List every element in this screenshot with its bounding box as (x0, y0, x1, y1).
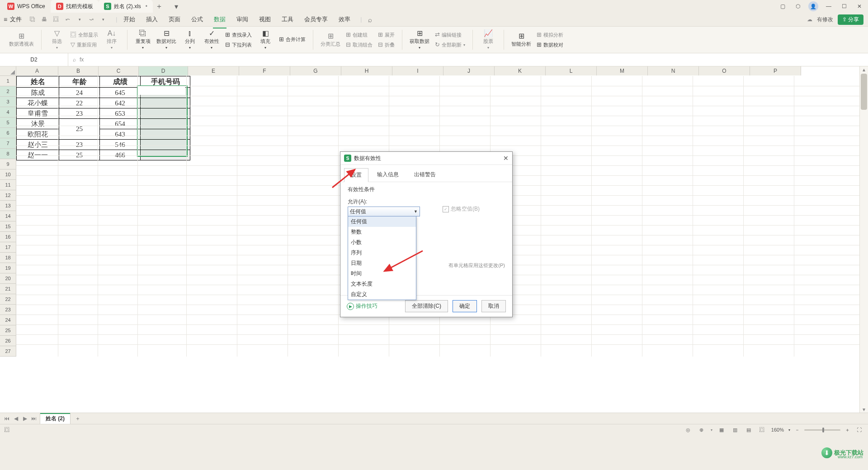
row-header-7[interactable]: 7 (0, 138, 16, 149)
row-header-22[interactable]: 22 (0, 294, 16, 305)
row-header-19[interactable]: 19 (0, 263, 16, 273)
add-sheet-button[interactable]: ＋ (73, 415, 82, 423)
fill-button[interactable]: ◧填充▾ (255, 29, 275, 51)
row-header-9[interactable]: 9 (0, 159, 16, 169)
allow-option-2[interactable]: 小数 (348, 237, 416, 248)
row-header-27[interactable]: 27 (0, 346, 16, 357)
fullscreen-icon[interactable]: ⛶ (854, 427, 863, 432)
refresh-all-button[interactable]: ↻全部刷新▾ (433, 40, 467, 49)
row-header-1[interactable]: 1 (0, 76, 16, 86)
restore-window-icon[interactable]: ▢ (778, 1, 788, 11)
menu-tab-6[interactable]: 视图 (258, 14, 272, 25)
menu-tab-2[interactable]: 页面 (168, 14, 181, 25)
row-header-21[interactable]: 21 (0, 284, 16, 294)
row-header-8[interactable]: 8 (0, 149, 16, 159)
ok-button[interactable]: 确定 (453, 300, 477, 312)
cancel-edit-icon[interactable]: ⌕ (73, 56, 76, 63)
fx-icon[interactable]: fx (80, 56, 84, 63)
dialog-tab-input[interactable]: 输入信息 (370, 168, 406, 182)
ungroup-button[interactable]: ⊟取消组合 (344, 40, 374, 49)
qa-redo-icon[interactable]: ⤻ (87, 16, 96, 23)
tab-list-button[interactable]: ▾ (170, 0, 183, 13)
expand-button[interactable]: ⊞展开 (376, 30, 396, 39)
row-header-26[interactable]: 26 (0, 336, 16, 346)
col-header-G[interactable]: G (290, 66, 341, 75)
sheet-nav-prev[interactable]: ◀ (13, 415, 19, 422)
col-header-I[interactable]: I (392, 66, 443, 75)
consolidate-button[interactable]: ⊞合并计算 (277, 35, 307, 44)
validation-button[interactable]: ✓有效性▾ (202, 29, 222, 51)
col-header-D[interactable]: D (139, 66, 188, 75)
file-menu[interactable]: 文件 (10, 15, 22, 24)
vertical-scrollbar[interactable]: ▴ ▾ (859, 66, 868, 413)
menu-tab-8[interactable]: 会员专享 (303, 14, 329, 25)
pivot-table-button[interactable]: ⊞数据透视表 (7, 32, 36, 48)
row-header-25[interactable]: 25 (0, 325, 16, 336)
allow-option-7[interactable]: 自定义 (348, 289, 416, 300)
collapse-button[interactable]: ⊟折叠 (376, 40, 396, 49)
user-avatar[interactable]: 👤 (808, 1, 818, 11)
smart-analysis-button[interactable]: ⊞智能分析 (509, 32, 533, 48)
col-header-N[interactable]: N (648, 66, 699, 75)
row-header-13[interactable]: 13 (0, 201, 16, 211)
tab-template[interactable]: D 找稻壳模板 (51, 0, 99, 13)
name-box[interactable]: D2 (0, 53, 68, 66)
app-tab-wps[interactable]: W WPS Office (2, 0, 51, 13)
sheet-nav-first[interactable]: ⏮ (4, 415, 10, 422)
row-header-2[interactable]: 2 (0, 86, 16, 97)
edit-links-button[interactable]: ⇄编辑链接 (433, 30, 467, 39)
qa-print-icon[interactable]: 🖶 (40, 16, 49, 23)
status-add-icon[interactable]: ⊕ (697, 427, 706, 433)
allow-option-1[interactable]: 整数 (348, 227, 416, 237)
row-header-10[interactable]: 10 (0, 169, 16, 180)
data-compare-button[interactable]: ⊟数据对比▾ (155, 29, 178, 51)
eye-icon[interactable]: ◎ (684, 427, 693, 433)
dialog-tab-error[interactable]: 出错警告 (407, 168, 443, 182)
qa-save-icon[interactable]: ⿻ (28, 16, 37, 23)
row-header-3[interactable]: 3 (0, 97, 16, 107)
col-header-L[interactable]: L (546, 66, 597, 75)
select-all-corner[interactable] (0, 66, 16, 76)
allow-option-3[interactable]: 序列 (348, 248, 416, 258)
col-header-J[interactable]: J (443, 66, 495, 75)
col-header-P[interactable]: P (750, 66, 801, 75)
search-icon[interactable]: ⌕ (368, 16, 372, 24)
menu-tab-9[interactable]: 效率 (338, 14, 351, 25)
view-page-icon[interactable]: ▥ (731, 427, 740, 433)
show-all-button[interactable]: ⿴全部显示 (69, 30, 100, 39)
sheet-tab-active[interactable]: 姓名 (2) (40, 413, 71, 424)
row-header-20[interactable]: 20 (0, 273, 16, 284)
allow-combobox[interactable]: 任何值 ▼ 任何值整数小数序列日期时间文本长度自定义 (348, 207, 420, 216)
col-header-B[interactable]: B (58, 66, 99, 75)
sheet-nav-next[interactable]: ▶ (22, 415, 28, 422)
close-window-icon[interactable]: ✕ (854, 1, 864, 11)
menu-tab-7[interactable]: 工具 (281, 14, 294, 25)
view-normal-icon[interactable]: ▦ (717, 427, 726, 433)
find-entry-button[interactable]: ⊞查找录入 (223, 30, 254, 39)
stocks-button[interactable]: 📈股票▾ (478, 29, 498, 51)
col-header-A[interactable]: A (16, 66, 58, 75)
allow-option-5[interactable]: 时间 (348, 268, 416, 279)
sheet-nav-last[interactable]: ⏭ (31, 415, 37, 422)
dialog-tab-settings[interactable]: 设置 (344, 168, 368, 182)
dropdown-list-button[interactable]: ⊟下拉列表 (223, 40, 254, 49)
menu-tab-5[interactable]: 审阅 (236, 14, 249, 25)
zoom-level[interactable]: 160% (771, 427, 784, 432)
minimize-icon[interactable]: — (824, 1, 834, 11)
menu-tab-3[interactable]: 公式 (190, 14, 204, 25)
share-button[interactable]: ⇪ 分享 (838, 14, 863, 25)
reading-mode-icon[interactable]: ⿴ (758, 427, 767, 432)
new-tab-button[interactable]: ＋ (153, 0, 165, 13)
col-header-M[interactable]: M (597, 66, 648, 75)
menu-tab-4[interactable]: 数据 (213, 14, 226, 25)
col-header-H[interactable]: H (341, 66, 392, 75)
row-header-18[interactable]: 18 (0, 253, 16, 263)
tab-current-file[interactable]: S 姓名 (2).xls • (99, 0, 153, 13)
data-check-button[interactable]: ⊞数据校对 (535, 40, 565, 49)
col-header-E[interactable]: E (188, 66, 239, 75)
row-header-11[interactable]: 11 (0, 180, 16, 190)
allow-option-0[interactable]: 任何值 (348, 216, 416, 227)
row-header-15[interactable]: 15 (0, 221, 16, 232)
row-header-12[interactable]: 12 (0, 190, 16, 201)
menu-hamburger-icon[interactable]: ≡ (4, 16, 7, 23)
